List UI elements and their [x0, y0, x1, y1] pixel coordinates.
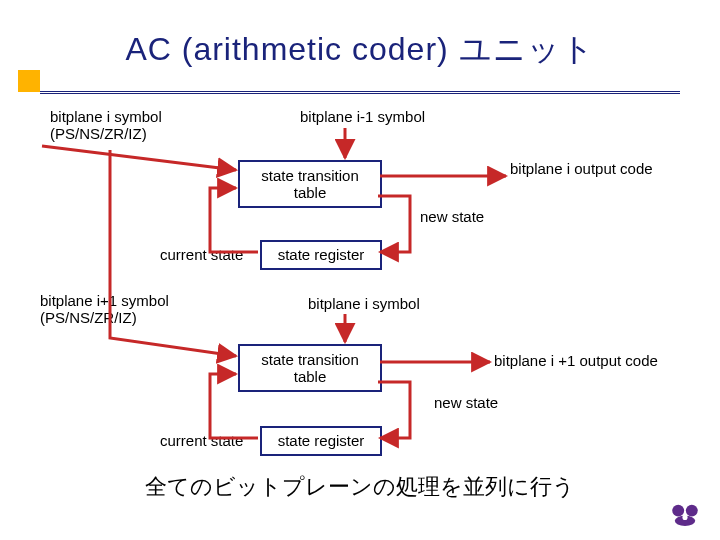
title-underline: [40, 91, 680, 94]
slide-root: AC (arithmetic coder) ユニット bitplane i sy…: [0, 0, 720, 540]
stage1-top-symbol-label: bitplane i-1 symbol: [300, 108, 425, 125]
stage2-input-label: bitplane i+1 symbol (PS/NS/ZR/IZ): [40, 292, 169, 327]
stage2-state-register: state register: [260, 426, 382, 456]
footer-text: 全てのビットプレーンの処理を並列に行う: [0, 472, 720, 502]
title-accent: [18, 70, 40, 92]
svg-point-6: [672, 505, 684, 517]
slide-title: AC (arithmetic coder) ユニット: [0, 28, 720, 72]
stage1-output-label: bitplane i output code: [510, 160, 653, 177]
stage2-newstate-label: new state: [434, 394, 498, 411]
svg-point-7: [686, 505, 698, 517]
stage2-current-label: current state: [160, 432, 243, 449]
footer-logo-icon: [668, 500, 702, 528]
stage1-current-label: current state: [160, 246, 243, 263]
diagram-arrows: [0, 0, 720, 540]
stage1-state-transition-table: state transition table: [238, 160, 382, 208]
stage1-newstate-label: new state: [420, 208, 484, 225]
stage2-output-label: bitplane i +1 output code: [494, 352, 658, 369]
stage2-state-transition-table: state transition table: [238, 344, 382, 392]
stage1-input-label: bitplane i symbol (PS/NS/ZR/IZ): [50, 108, 162, 143]
svg-point-8: [682, 515, 687, 520]
svg-line-0: [42, 146, 236, 170]
stage2-top-symbol-label: bitplane i symbol: [308, 295, 420, 312]
stage1-state-register: state register: [260, 240, 382, 270]
